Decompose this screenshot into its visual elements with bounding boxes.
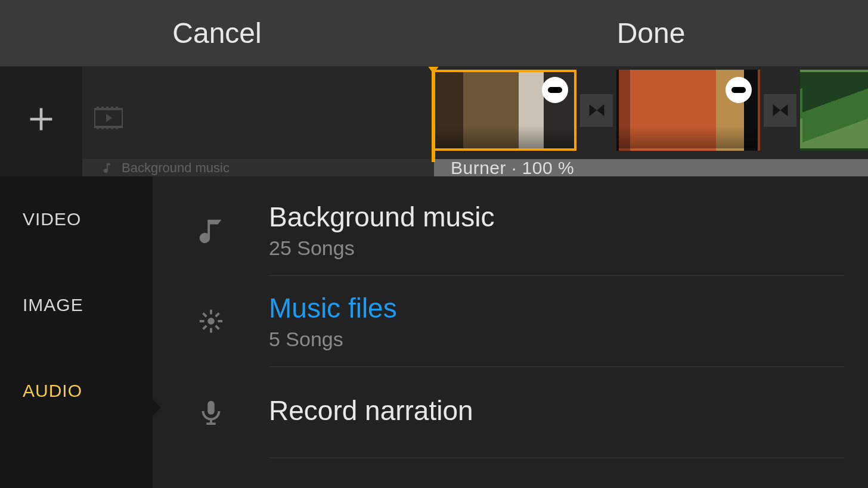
sidebar-item-image[interactable]: IMAGE <box>0 262 153 348</box>
media-picker-overlay: VIDEO IMAGE AUDIO Background music 25 So… <box>0 176 868 488</box>
clip-2[interactable] <box>616 70 760 151</box>
remove-clip-button[interactable] <box>542 77 568 103</box>
clip-1[interactable] <box>433 70 576 151</box>
transition-slot[interactable] <box>764 94 796 127</box>
done-button[interactable]: Done <box>434 17 868 49</box>
svg-marker-13 <box>597 104 604 116</box>
clip-3[interactable] <box>800 70 868 151</box>
audio-source-title: Background music <box>269 201 844 233</box>
svg-rect-10 <box>116 127 118 129</box>
audio-source-subtitle: 5 Songs <box>269 328 844 351</box>
playhead[interactable] <box>432 67 435 162</box>
svg-rect-4 <box>111 107 113 109</box>
svg-rect-5 <box>116 107 118 109</box>
svg-rect-8 <box>106 127 108 129</box>
audio-source-title: Record narration <box>269 394 844 427</box>
clips-row <box>433 69 868 152</box>
divider <box>269 458 844 458</box>
svg-rect-9 <box>111 127 113 129</box>
svg-rect-17 <box>207 401 215 415</box>
svg-rect-6 <box>97 127 99 129</box>
transition-slot[interactable] <box>580 94 613 127</box>
audio-source-subtitle: 25 Songs <box>269 237 844 260</box>
timeline-area: Background music Burner · 100 % <box>0 67 868 176</box>
svg-rect-3 <box>106 107 108 109</box>
svg-marker-15 <box>780 104 788 116</box>
audio-source-panel: Background music 25 Songs Music files 5 … <box>153 176 868 488</box>
audio-source-record-narration[interactable]: Record narration <box>153 367 844 458</box>
svg-marker-11 <box>106 114 112 122</box>
svg-rect-2 <box>101 107 104 109</box>
audio-track-hint: Background music <box>122 160 230 176</box>
svg-rect-7 <box>101 127 104 129</box>
music-note-icon <box>153 216 269 244</box>
svg-marker-14 <box>773 104 780 116</box>
sidebar-item-audio[interactable]: AUDIO <box>0 348 153 434</box>
audio-source-title: Music files <box>269 292 844 324</box>
svg-point-16 <box>207 318 215 325</box>
audio-source-background-music[interactable]: Background music 25 Songs <box>153 185 844 275</box>
sparkle-icon <box>153 307 269 335</box>
add-media-column <box>0 67 82 176</box>
video-track-icon <box>94 105 123 130</box>
media-type-sidebar: VIDEO IMAGE AUDIO <box>0 176 153 488</box>
audio-source-music-files[interactable]: Music files 5 Songs <box>153 276 844 366</box>
microphone-icon <box>153 399 269 426</box>
svg-marker-12 <box>589 104 597 116</box>
add-media-button[interactable] <box>27 105 55 138</box>
sidebar-item-video[interactable]: VIDEO <box>0 176 153 262</box>
svg-rect-1 <box>97 107 99 109</box>
audio-clip-label: Burner · 100 % <box>451 159 574 176</box>
remove-clip-button[interactable] <box>726 77 752 103</box>
top-bar: Cancel Done <box>0 0 868 67</box>
audio-track-clip[interactable]: Burner · 100 % <box>434 159 868 176</box>
cancel-button[interactable]: Cancel <box>0 17 434 49</box>
timeline-track[interactable]: Background music Burner · 100 % <box>82 67 868 176</box>
